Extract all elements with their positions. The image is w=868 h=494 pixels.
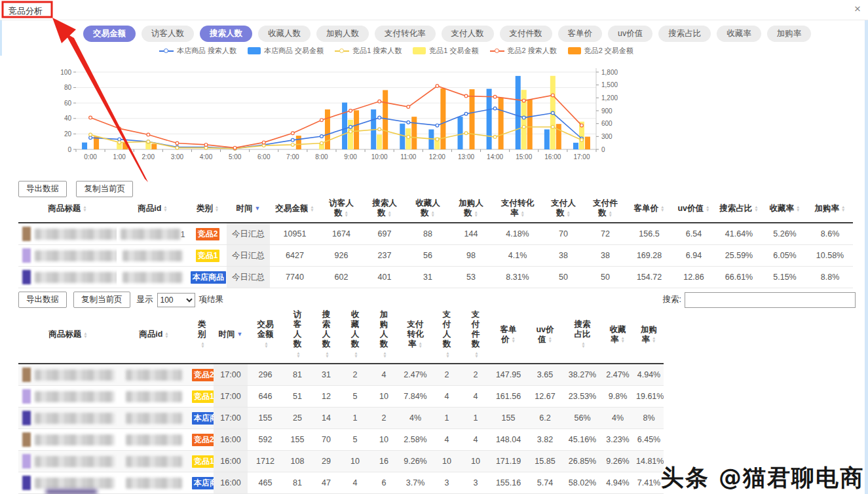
sort-icon[interactable]: ▲▼ xyxy=(215,205,219,212)
tab-5[interactable]: 支付转化率 xyxy=(375,26,436,42)
tab-0[interactable]: 交易金额 xyxy=(83,26,136,42)
column-header-t2-14[interactable]: 搜索占比▲▼ xyxy=(563,306,601,364)
column-header-t1-4[interactable]: 交易金额▲▼ xyxy=(270,195,320,223)
tab-12[interactable]: 加购率 xyxy=(767,26,812,42)
column-header-t2-4[interactable]: 交易金额▲▼ xyxy=(248,306,283,364)
sort-icon[interactable]: ▲▼ xyxy=(264,341,268,348)
sort-icon[interactable]: ▲▼ xyxy=(419,341,423,348)
sort-icon[interactable]: ▲▼ xyxy=(521,210,525,217)
page-size-select[interactable]: 100 xyxy=(157,293,195,307)
legend-item-3[interactable]: 竞品1 交易金额 xyxy=(413,46,478,56)
sort-icon[interactable]: ▲▼ xyxy=(567,210,571,217)
sort-icon[interactable]: ▲▼ xyxy=(445,351,449,358)
sort-icon[interactable]: ▲▼ xyxy=(383,351,387,358)
column-header-t1-3[interactable]: 时间▼ xyxy=(227,195,270,223)
sort-icon[interactable]: ▲▼ xyxy=(621,336,625,343)
category-badge: 竞品2 xyxy=(196,228,220,240)
sort-icon[interactable]: ▲▼ xyxy=(431,210,435,217)
show-label: 显示 xyxy=(137,294,153,305)
column-header-t1-14[interactable]: 搜索占比▲▼ xyxy=(715,195,763,223)
sort-icon[interactable]: ▲▼ xyxy=(83,205,86,212)
scrollbar[interactable] xyxy=(865,20,868,494)
column-header-t1-7[interactable]: 收藏人数▲▼ xyxy=(406,195,449,223)
column-header-t2-16[interactable]: 加购率▲▼ xyxy=(634,306,664,364)
column-header-t1-16[interactable]: 加购率▲▼ xyxy=(807,195,853,223)
tab-6[interactable]: 支付人数 xyxy=(442,26,494,42)
column-header-t1-5[interactable]: 访客人数▲▼ xyxy=(320,195,363,223)
sort-icon[interactable]: ▲▼ xyxy=(164,332,168,338)
legend-item-4[interactable]: 竞品2 搜索人数 xyxy=(490,46,557,56)
data-cell: 31 xyxy=(406,267,449,288)
column-header-t2-1[interactable]: 商品id▲▼ xyxy=(118,306,190,364)
sort-icon[interactable]: ▲▼ xyxy=(345,210,349,217)
legend-item-2[interactable]: 竞品1 搜索人数 xyxy=(335,46,402,56)
sort-icon[interactable]: ▲▼ xyxy=(841,205,845,212)
sort-icon[interactable]: ▲▼ xyxy=(200,341,204,348)
sort-icon[interactable]: ▲▼ xyxy=(354,351,358,358)
sort-icon[interactable]: ▲▼ xyxy=(660,205,664,212)
column-header-t1-8[interactable]: 加购人数▲▼ xyxy=(449,195,493,223)
column-header-t1-15[interactable]: 收藏率▲▼ xyxy=(763,195,807,223)
sort-icon[interactable]: ▲▼ xyxy=(310,205,314,212)
column-header-t1-11[interactable]: 支付件数▲▼ xyxy=(584,195,626,223)
tab-10[interactable]: 搜索占比 xyxy=(658,26,711,42)
column-header-t2-8[interactable]: 加购人数▲▼ xyxy=(369,306,398,364)
results-label: 项结果 xyxy=(199,294,224,305)
search-input[interactable] xyxy=(685,292,856,308)
time-cell: 16:00 xyxy=(214,472,248,494)
column-header-t1-1[interactable]: 商品id▲▼ xyxy=(117,195,189,223)
sort-icon[interactable]: ▲▼ xyxy=(83,332,87,338)
sort-icon[interactable]: ▲▼ xyxy=(548,336,552,343)
column-header-t1-2[interactable]: 类别▲▼ xyxy=(189,195,227,223)
sort-desc-icon[interactable]: ▼ xyxy=(237,331,243,337)
column-header-t2-3[interactable]: 时间▼ xyxy=(214,306,248,364)
category-badge: 竞品1 xyxy=(196,250,220,262)
column-header-t2-5[interactable]: 访客人数▲▼ xyxy=(283,306,312,364)
tab-3[interactable]: 收藏人数 xyxy=(258,26,311,42)
sort-desc-icon[interactable]: ▼ xyxy=(255,205,261,212)
column-header-t1-9[interactable]: 支付转化率▲▼ xyxy=(493,195,542,223)
column-header-t1-12[interactable]: 客单价▲▼ xyxy=(626,195,672,223)
tab-9[interactable]: uv价值 xyxy=(608,26,652,42)
tab-7[interactable]: 支付件数 xyxy=(500,26,552,42)
tab-8[interactable]: 客单价 xyxy=(558,26,603,42)
column-header-t2-9[interactable]: 支付转化率▲▼ xyxy=(398,306,432,364)
tab-2[interactable]: 搜索人数 xyxy=(200,26,252,42)
legend-item-0[interactable]: 本店商品 搜索人数 xyxy=(159,46,236,56)
legend-item-1[interactable]: 本店商品 交易金额 xyxy=(248,46,324,56)
column-header-t1-13[interactable]: uv价值▲▼ xyxy=(672,195,715,223)
column-header-t2-15[interactable]: 收藏率▲▼ xyxy=(601,306,634,364)
sort-icon[interactable]: ▲▼ xyxy=(325,351,329,358)
column-header-t1-0[interactable]: 商品标题▲▼ xyxy=(18,195,117,223)
column-header-t2-7[interactable]: 收藏人数▲▼ xyxy=(341,306,369,364)
column-header-t2-2[interactable]: 类别▲▼ xyxy=(190,306,214,364)
column-header-t2-13[interactable]: uv价值▲▼ xyxy=(527,306,563,364)
sort-icon[interactable]: ▲▼ xyxy=(474,351,478,358)
column-header-t1-6[interactable]: 搜索人数▲▼ xyxy=(363,195,406,223)
tab-11[interactable]: 收藏率 xyxy=(717,26,761,42)
close-icon[interactable]: × xyxy=(854,3,861,15)
sort-icon[interactable]: ▲▼ xyxy=(706,205,709,212)
sort-icon[interactable]: ▲▼ xyxy=(163,205,167,212)
column-header-t2-12[interactable]: 客单价▲▼ xyxy=(490,306,527,364)
sort-icon[interactable]: ▲▼ xyxy=(474,210,478,217)
sort-icon[interactable]: ▲▼ xyxy=(388,210,392,217)
column-header-t2-0[interactable]: 商品标题▲▼ xyxy=(18,306,118,364)
column-header-t2-11[interactable]: 支付件数▲▼ xyxy=(461,306,490,364)
sort-icon[interactable]: ▲▼ xyxy=(512,336,516,343)
category-badge: 本店商品 xyxy=(192,477,214,489)
sort-icon[interactable]: ▲▼ xyxy=(796,205,800,212)
column-header-t1-10[interactable]: 支付人数▲▼ xyxy=(542,195,584,223)
column-header-t2-10[interactable]: 支付人数▲▼ xyxy=(432,306,461,364)
sort-icon[interactable]: ▲▼ xyxy=(652,336,656,343)
tab-1[interactable]: 访客人数 xyxy=(142,26,194,42)
page-title: 竞品分析 xyxy=(9,5,43,17)
sort-icon[interactable]: ▲▼ xyxy=(609,210,613,217)
tab-4[interactable]: 加购人数 xyxy=(316,26,369,42)
column-header-t2-6[interactable]: 搜索人数▲▼ xyxy=(312,306,341,364)
sort-icon[interactable]: ▲▼ xyxy=(581,341,585,348)
legend-item-5[interactable]: 竞品2 交易金额 xyxy=(568,46,633,56)
sort-icon[interactable]: ▲▼ xyxy=(296,351,300,358)
sort-icon[interactable]: ▲▼ xyxy=(754,205,758,212)
product-thumbnail xyxy=(22,454,31,468)
